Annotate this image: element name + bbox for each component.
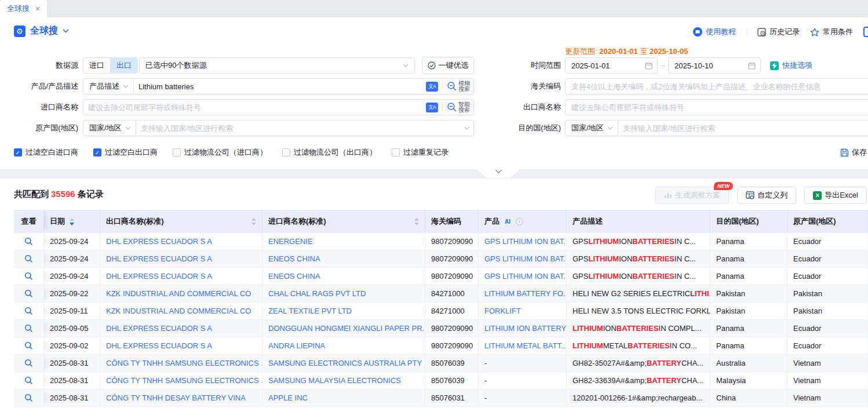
destination-country-input[interactable] <box>618 121 868 135</box>
exporter-link[interactable]: CÔNG TY TNHH SAMSUNG ELECTRONICS ... <box>100 372 262 389</box>
tab-global-search[interactable]: 全球搜 × <box>0 0 47 17</box>
info-icon[interactable]: i <box>516 218 523 225</box>
importer-link[interactable]: ENEOS CHINA <box>262 268 425 285</box>
origin-country-input[interactable] <box>136 121 462 135</box>
importer-link[interactable]: CHAL CHAL RAGS PVT LTD <box>262 285 425 302</box>
origin-country-select[interactable]: 国家/地区 <box>83 121 136 136</box>
product-link[interactable]: LITHIUM ION BATTERY <box>479 320 567 337</box>
date-to-input[interactable]: 2025-10-10 <box>668 57 761 74</box>
calendar-icon <box>645 62 652 70</box>
filter-checkbox[interactable]: 过滤重复记录 <box>392 147 448 158</box>
quick-options-link[interactable]: 快捷选项 <box>770 57 812 74</box>
exporter-link[interactable]: CÔNG TY TNHH DESAY BATTERY VINA <box>100 389 262 406</box>
cell-destination: Australia <box>710 355 787 371</box>
import-toggle-button[interactable]: 进口 <box>83 57 111 74</box>
chevron-down-icon <box>125 126 131 130</box>
product-type-select[interactable]: 产品描述 <box>83 79 134 94</box>
checkbox-icon[interactable] <box>173 148 181 156</box>
importer-link[interactable]: ENEOS CHINA <box>262 250 425 267</box>
view-record-button[interactable] <box>14 303 44 319</box>
product-link[interactable]: GPS LITHIUM ION BAT... <box>479 268 567 285</box>
sort-date[interactable] <box>70 218 74 225</box>
col-importer[interactable]: 进口商名称(标准) <box>262 210 425 233</box>
page-title-group[interactable]: 全球搜 <box>14 25 69 37</box>
cell-hs-code: 84271000 <box>425 303 479 319</box>
view-record-button[interactable] <box>14 250 44 267</box>
col-origin: 原产国(地区) <box>787 210 868 233</box>
view-record-button[interactable] <box>14 320 44 337</box>
filter-checkbox[interactable]: 过滤物流公司（出口商） <box>282 147 377 158</box>
exporter-link[interactable]: KZK INDUSTRIAL AND COMMERCIAL CO <box>100 285 262 302</box>
product-link[interactable]: FORKLIFT <box>479 303 567 319</box>
generate-insight-button[interactable]: 生成洞察方案 NEW <box>655 187 729 204</box>
importer-link[interactable]: ENERGENIE <box>262 233 425 250</box>
product-link[interactable]: LITHIUM METAL BATT... <box>479 337 567 354</box>
chevron-down-icon <box>607 126 613 130</box>
save-conditions-button[interactable]: 保存 <box>840 147 867 158</box>
search-icon <box>24 272 33 280</box>
hs-code-input[interactable] <box>566 79 868 93</box>
importer-name-input[interactable] <box>83 100 424 114</box>
importer-link[interactable]: ANDRA LIEPINA <box>262 337 425 354</box>
exporter-link[interactable]: KZK INDUSTRIAL AND COMMERCIAL CO <box>100 303 262 319</box>
exporter-link[interactable]: DHL EXPRESS ECUADOR S A <box>100 233 262 250</box>
view-record-button[interactable] <box>14 372 44 389</box>
cell-destination: Panama <box>710 320 787 337</box>
history-link[interactable]: 历史记录 <box>757 27 800 37</box>
view-record-button[interactable] <box>14 337 44 354</box>
col-exporter[interactable]: 出口商名称(标准) <box>100 210 262 233</box>
filter-checkbox[interactable]: ✓ 过滤空白出口商 <box>93 147 158 158</box>
view-record-button[interactable] <box>14 355 44 371</box>
exporter-link[interactable]: DHL EXPRESS ECUADOR S A <box>100 250 262 267</box>
checkbox-icon[interactable] <box>282 148 290 156</box>
tutorial-link[interactable]: 使用教程 <box>693 27 736 37</box>
exporter-link[interactable]: DHL EXPRESS ECUADOR S A <box>100 268 262 285</box>
filter-checkbox[interactable]: ✓ 过滤空白进口商 <box>14 147 78 158</box>
product-link[interactable]: GPS LITHIUM ION BAT... <box>479 250 567 267</box>
search-icon <box>24 376 33 385</box>
importer-link[interactable]: DONGGUAN HONGMEI XIANGLI PAPER PR... <box>262 320 425 337</box>
product-link[interactable]: GPS LITHIUM ION BAT... <box>479 233 567 250</box>
one-click-optimize-button[interactable]: 一键优选 <box>422 57 474 74</box>
product-link[interactable]: LITHIUM BATTERY FO... <box>479 285 567 302</box>
view-record-button[interactable] <box>14 285 44 302</box>
translate-icon[interactable]: 文A <box>426 103 438 112</box>
col-date[interactable]: 日期 <box>44 210 100 233</box>
export-excel-button[interactable]: X 导出Excel <box>804 187 867 204</box>
checkbox-icon[interactable]: ✓ <box>14 148 22 156</box>
checkbox-icon[interactable] <box>392 148 400 156</box>
collapse-form-button[interactable] <box>476 169 520 178</box>
chevron-down-icon <box>495 169 502 174</box>
checkbox-icon[interactable]: ✓ <box>93 148 101 156</box>
importer-link[interactable]: SAMSUNG ELECTRONICS AUSTRALIA PTY <box>262 355 425 371</box>
close-icon[interactable]: × <box>35 5 40 13</box>
exporter-name-input[interactable] <box>566 100 868 114</box>
cell-origin: Ecuador <box>787 250 868 267</box>
product-input[interactable] <box>134 79 424 93</box>
hs-code-label: 海关编码 <box>493 78 561 94</box>
partial-cutoff-icon[interactable] <box>863 27 868 37</box>
sort-importer[interactable] <box>414 218 419 225</box>
smart-search-button[interactable]: 智能搜索 <box>447 101 470 113</box>
favorites-link[interactable]: 常用条件 <box>810 27 853 37</box>
export-toggle-button[interactable]: 出口 <box>110 57 138 74</box>
importer-link[interactable]: APPLE INC <box>262 389 425 406</box>
data-source-select[interactable]: 已选中90个数据源 <box>139 57 415 74</box>
destination-country-select[interactable]: 国家/地区 <box>566 121 618 136</box>
view-record-button[interactable] <box>14 233 44 250</box>
sort-exporter[interactable] <box>251 218 256 225</box>
col-hs-code: 海关编码 <box>425 210 479 233</box>
exporter-link[interactable]: DHL EXPRESS ECUADOR S A <box>100 320 262 337</box>
customize-columns-button[interactable]: 自定义列 <box>737 187 796 204</box>
translate-icon[interactable]: 文A <box>426 82 438 92</box>
exporter-link[interactable]: CÔNG TY TNHH SAMSUNG ELECTRONICS ... <box>100 355 262 371</box>
search-icon <box>24 289 33 298</box>
importer-link[interactable]: ZEAL TEXTILE PVT LTD <box>262 303 425 319</box>
date-from-input[interactable]: 2025-01-01 <box>565 57 658 74</box>
exporter-link[interactable]: DHL EXPRESS ECUADOR S A <box>100 337 262 354</box>
view-record-button[interactable] <box>14 389 44 406</box>
fuzzy-search-button[interactable]: 模糊搜索 <box>447 81 470 92</box>
importer-link[interactable]: SAMSUNG MALAYSIA ELECTRONICS <box>262 372 425 389</box>
view-record-button[interactable] <box>14 268 44 285</box>
filter-checkbox[interactable]: 过滤物流公司（进口商） <box>173 147 267 158</box>
